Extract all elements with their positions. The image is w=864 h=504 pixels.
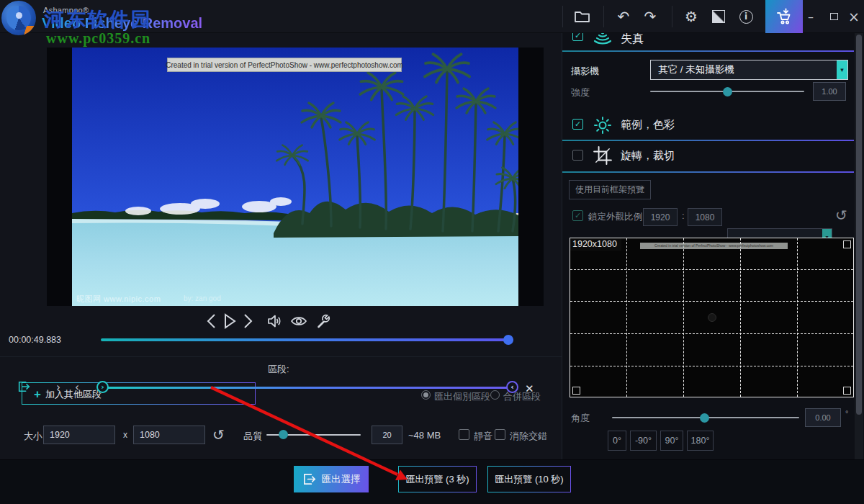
angle-value[interactable]: 0.00 — [805, 408, 841, 427]
estimated-size: ~48 MB — [408, 430, 441, 441]
times-label: x — [123, 430, 127, 440]
export-preview-10s-button[interactable]: 匯出預覽 (10 秒) — [487, 466, 571, 492]
crop-handle-bottom-right[interactable] — [843, 387, 851, 395]
strength-slider-thumb[interactable] — [723, 87, 732, 96]
rotate-0-button[interactable]: 0° — [608, 431, 626, 451]
open-folder-icon[interactable] — [569, 0, 595, 33]
brightness-icon — [593, 116, 612, 135]
volume-icon[interactable] — [265, 312, 284, 330]
crop-center-handle[interactable] — [708, 313, 716, 322]
grid-line — [797, 238, 798, 397]
panel-divider — [562, 33, 562, 459]
rotate-section-title: 旋轉，裁切 — [621, 149, 675, 163]
grid-line — [570, 366, 853, 366]
color-checkbox[interactable]: ✓ — [572, 119, 583, 130]
cart-icon — [775, 7, 793, 26]
rotate-minus90-button[interactable]: -90° — [630, 431, 657, 451]
previous-frame-button[interactable] — [202, 312, 221, 330]
settings-gear-icon[interactable]: ⚙ — [678, 0, 704, 33]
camera-label: 攝影機 — [571, 65, 599, 78]
stock-watermark-credit: by: zan god — [184, 294, 221, 302]
app-logo — [1, 1, 36, 35]
merge-segments-radio[interactable] — [490, 390, 500, 400]
aspect-reset-icon[interactable]: ↺ — [835, 207, 847, 224]
merge-segments-label: 合併區段 — [503, 390, 541, 403]
divider — [0, 356, 562, 357]
app-window: ✓ 失真 攝影機 其它 / 未知攝影機 ▾ 強度 1.00 ✓ 範例，色彩 — [0, 0, 864, 504]
play-button[interactable] — [220, 312, 239, 330]
export-individual-label: 匯出個別區段 — [434, 390, 490, 403]
grid-line — [626, 238, 627, 397]
deinterlace-checkbox[interactable] — [495, 429, 505, 440]
add-segment-label: 加入其他區段 — [45, 388, 102, 401]
export-icon — [302, 472, 316, 486]
section-divider — [562, 171, 854, 173]
rotate-180-button[interactable]: 180° — [687, 431, 714, 451]
lock-aspect-label: 鎖定外觀比例 — [588, 211, 642, 223]
crop-handle-top-right[interactable] — [843, 240, 851, 248]
site-watermark-text: 河东软件园 — [45, 6, 153, 32]
height-input[interactable] — [133, 426, 205, 444]
minimize-button[interactable]: – — [798, 0, 824, 33]
aspect-colon: : — [682, 210, 685, 221]
segment-start-marker[interactable]: › — [96, 381, 109, 393]
toolbar-separator — [672, 6, 672, 27]
camera-select-value: 其它 / 未知攝影機 — [658, 63, 734, 76]
trial-banner: Created in trial version of PerfectPhoto… — [167, 58, 402, 72]
strength-label: 強度 — [571, 86, 590, 99]
use-current-frame-button[interactable]: 使用目前框架預覽 — [569, 180, 651, 199]
aspect-width-input[interactable] — [643, 208, 678, 226]
grid-line — [570, 301, 853, 302]
segment-range-bar[interactable] — [102, 387, 513, 389]
angle-slider-thumb[interactable] — [700, 413, 709, 423]
trial-banner-mini: Created in trial version of PerfectPhoto… — [640, 243, 788, 249]
angle-label: 角度 — [571, 412, 590, 425]
export-individual-radio[interactable] — [421, 390, 431, 400]
tools-wrench-icon[interactable] — [314, 312, 333, 330]
size-label: 大小 — [24, 430, 42, 443]
export-selection-label: 匯出選擇 — [322, 473, 361, 486]
add-segment-button[interactable]: + 加入其他區段 — [22, 382, 256, 405]
strength-value[interactable]: 1.00 — [813, 82, 846, 101]
video-panel: Created in trial version of PerfectPhoto… — [47, 48, 544, 306]
timecode: 00:00:49.883 — [9, 335, 61, 345]
info-icon[interactable]: i — [733, 0, 759, 33]
crop-handle-bottom-left[interactable] — [572, 387, 580, 395]
camera-select[interactable]: 其它 / 未知攝影機 ▾ — [650, 60, 848, 80]
color-section-title: 範例，色彩 — [621, 118, 675, 132]
width-input[interactable] — [43, 426, 115, 444]
undo-icon[interactable]: ↶ — [611, 0, 636, 33]
size-reset-icon[interactable]: ↺ — [212, 426, 225, 444]
theme-icon[interactable] — [706, 0, 732, 33]
export-selection-button[interactable]: 匯出選擇 — [294, 466, 369, 492]
preview-eye-icon[interactable] — [289, 312, 308, 330]
quality-slider-thumb[interactable] — [279, 430, 288, 439]
toolbar-separator — [603, 6, 604, 27]
toolbar-separator — [562, 6, 563, 27]
crop-preview: Created in trial version of PerfectPhoto… — [570, 238, 854, 397]
chevron-down-icon[interactable]: ▾ — [837, 60, 847, 79]
section-divider — [562, 50, 854, 52]
plus-icon: + — [34, 387, 41, 402]
rotate-90-button[interactable]: 90° — [660, 431, 683, 451]
aspect-height-input[interactable] — [688, 208, 722, 226]
section-divider — [562, 140, 854, 141]
redo-icon[interactable]: ↷ — [637, 0, 663, 33]
next-frame-button[interactable] — [238, 312, 257, 330]
playback-progress-thumb[interactable] — [503, 335, 513, 345]
degree-symbol: ° — [845, 409, 848, 418]
site-watermark-url: www.pc0359.cn — [46, 30, 150, 47]
scrollbar-thumb[interactable] — [856, 35, 862, 415]
quality-label: 品質 — [243, 430, 262, 443]
mute-checkbox[interactable] — [459, 429, 469, 440]
lock-aspect-checkbox[interactable]: ✓ — [572, 210, 583, 221]
rotate-checkbox[interactable] — [572, 150, 583, 161]
beach-scene — [72, 48, 518, 306]
grid-line — [740, 238, 741, 397]
export-preview-3s-button[interactable]: 匯出預覽 (3 秒) — [398, 466, 477, 492]
playback-progress-bar[interactable] — [101, 338, 513, 341]
quality-value[interactable]: 20 — [372, 426, 402, 444]
grid-line — [570, 269, 853, 270]
stock-watermark: 昵图网 www.nipic.com — [76, 294, 161, 305]
close-button[interactable]: × — [841, 0, 864, 33]
